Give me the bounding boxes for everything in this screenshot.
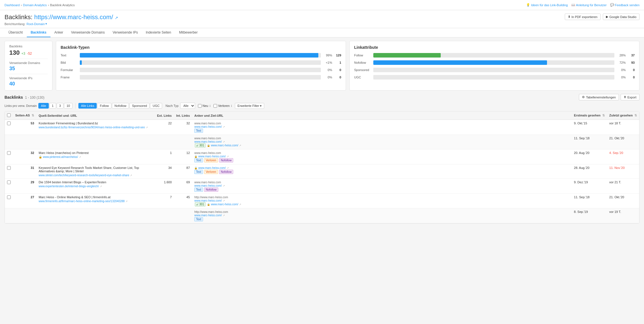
row-url-link[interactable]: www.pinterest.at/marcheiss/ (43, 155, 78, 158)
page-url-link[interactable]: https://www.marc-heiss.com/ (34, 14, 113, 21)
tag-text: Text (194, 217, 203, 221)
lock-icon: 🔒 (39, 155, 42, 158)
neu-checkbox[interactable]: Neu ℹ (198, 104, 211, 108)
link-building-link[interactable]: 💡 Ideen für das Link-Building (526, 3, 568, 7)
row-checkbox[interactable] (7, 180, 11, 184)
verloren-checkbox[interactable]: Verloren ℹ (213, 104, 232, 108)
row-int-links: 32 (174, 120, 192, 135)
tab-verweisende-ips[interactable]: Verweisende IPs (109, 28, 142, 37)
book-icon: 📖 (571, 3, 575, 7)
anchor-url-link-sub2[interactable]: www.marc-heiss.com/ (194, 214, 222, 217)
la-fill-follow (373, 53, 441, 58)
breadcrumb-dashboard[interactable]: Dashboard (5, 3, 20, 7)
anchor-url-link[interactable]: www.marc-heiss.com/ (194, 125, 222, 128)
bt-row-text: Text 99% 129 (61, 53, 341, 58)
advanced-filter-button[interactable]: Erweiterte Filter ▾ (235, 103, 264, 109)
filter-sponsored-btn[interactable]: Sponsored (129, 103, 149, 109)
th-first-seen[interactable]: Erstmals gesehen ⇅ (572, 111, 607, 120)
filter-ugc-btn[interactable]: UGC (150, 103, 162, 109)
la-track-nofollow (373, 60, 614, 65)
la-fill-nofollow (373, 60, 547, 65)
filter-all-btn[interactable]: Alle (38, 103, 48, 109)
row-url-link[interactable]: www.bundesland.bz/bz-firmenverzeichnis/9… (39, 126, 145, 129)
links-per-domain-group: Alle 1 3 10 (38, 103, 72, 109)
filter-follow-btn[interactable]: Follow (97, 103, 111, 109)
filter-alle-links-btn[interactable]: Alle Links (78, 103, 97, 109)
table-row: www.marc-heiss.com www.marc-heiss.com/ ↗… (5, 135, 639, 149)
stats-box: Backlinks 130 +3 -52 Verweisende Domains… (5, 41, 52, 91)
scope-link[interactable]: Root-Domain ▾ (27, 22, 47, 26)
filter-nofollow-btn[interactable]: Nofollow (112, 103, 129, 109)
ref-ips-value: 40 (9, 81, 48, 87)
breadcrumb: Dashboard › Domain Analytics › Backlink … (5, 3, 75, 7)
feedback-link[interactable]: 💬 Feedback senden (610, 3, 639, 7)
th-seiten-as[interactable]: Seiten-AS ⇅ (13, 111, 36, 120)
tag-text: Text (194, 188, 203, 192)
neu-checkbox-input[interactable] (198, 104, 202, 108)
backlinks-section-header: Backlinks 1 - 100 (130) ⚙ Tabelleneinste… (5, 94, 639, 100)
tag-verloren: Verloren (204, 170, 218, 174)
pdf-export-button[interactable]: ⬇ In PDF exportieren (565, 14, 601, 20)
link-attributes-title: Linkattribute (354, 45, 635, 50)
row-url-link[interactable]: www.slintel.com/tech/keyword-research-to… (39, 174, 129, 177)
filter-10-btn[interactable]: 10 (64, 103, 72, 109)
export-icon: ⬆ (624, 95, 626, 99)
filter-3-btn[interactable]: 3 (57, 103, 63, 109)
row-url-link[interactable]: www.firmeninfo.at/firma/marc-heiss-onlin… (39, 200, 125, 203)
filter-1-btn[interactable]: 1 (49, 103, 56, 109)
main-content: Backlinks 130 +3 -52 Verweisende Domains… (0, 38, 644, 227)
tag-text: Text (194, 158, 203, 162)
bt-row-bild: Bild <1% 1 (61, 60, 341, 65)
table-header-row: Seiten-AS ⇅ Quell-Seitentitel und -URL E… (5, 111, 639, 120)
anchor-url-link[interactable]: www.marc-heiss.com/ (194, 184, 222, 187)
row-checkbox[interactable] (7, 151, 11, 155)
breadcrumb-domain-analytics[interactable]: Domain Analytics (23, 3, 47, 7)
tab-anker[interactable]: Anker (50, 28, 67, 37)
bt-track-formular (80, 68, 321, 72)
chevron-down-icon: ▾ (45, 22, 47, 26)
chevron-down-icon-filter: ▾ (260, 104, 262, 108)
redirect-badge: ↙ 301 (195, 202, 205, 206)
th-anchor: Anker und Ziel-URL (192, 111, 572, 120)
bt-row-formular: Formular 0% 0 (61, 68, 341, 72)
data-studio-icon: ▶ (606, 15, 608, 19)
tab-overview[interactable]: Übersicht (5, 28, 27, 37)
th-int-links: Int. Links (174, 111, 192, 120)
row-checkbox[interactable] (7, 195, 11, 199)
table-row: 27 Marc Heiss - Online Marketing & SEO |… (5, 194, 639, 208)
chat-icon: 💬 (610, 3, 614, 7)
page-title: Backlinks: https://www.marc-heiss.com/ ↗ (5, 14, 118, 21)
row-url-link[interactable]: www.expertentesten.de/internet-blogs-ver… (39, 185, 99, 188)
table-row: http://www.marc-heiss.com www.marc-heiss… (5, 208, 639, 223)
anchor-url-link[interactable]: www.marc-heiss.com/ (198, 166, 226, 169)
verloren-checkbox-input[interactable] (213, 104, 217, 108)
page-header-wrapper: Backlinks: https://www.marc-heiss.com/ ↗… (0, 10, 644, 38)
anchor-url-link-sub[interactable]: www.marc-heiss.com/ (194, 140, 222, 143)
table-settings-button[interactable]: ⚙ Tabelleneinstellungen (579, 94, 619, 100)
data-studio-button[interactable]: ▶ Google Data Studio (603, 14, 639, 20)
tab-mitbewerber[interactable]: Mitbewerber (175, 28, 202, 37)
user-guide-link[interactable]: 📖 Anleitung für Benutzer (571, 3, 607, 7)
bt-fill-text (80, 53, 318, 58)
th-last-seen[interactable]: Zuletzt gesehen ⇅ (607, 111, 639, 120)
ref-domains-value: 35 (9, 66, 48, 72)
link-attributes-card: Linkattribute Follow 28% 37 Nofollow 72%… (349, 41, 639, 91)
nach-typ-select[interactable]: Alle (180, 103, 195, 109)
tab-verweisende-domains[interactable]: Verweisende Domains (67, 28, 109, 37)
backlink-types-title: Backlink-Typen (61, 45, 341, 50)
anchor-url-link[interactable]: www.marc-heiss.com/ (194, 199, 222, 202)
la-track-sponsored (373, 68, 614, 72)
export-table-button[interactable]: ⬆ Export (621, 94, 639, 100)
anchor-url-link[interactable]: www.marc-heiss.com/ (198, 155, 226, 158)
row-checkbox[interactable] (7, 166, 11, 170)
row-checkbox[interactable] (7, 122, 11, 125)
filters-row: Links pro verw. Domain Alle 1 3 10 Alle … (5, 103, 639, 109)
tab-indexierte-seiten[interactable]: Indexierte Seiten (142, 28, 175, 37)
sort-icon-last: ⇅ (634, 114, 637, 117)
section-actions: ⚙ Tabelleneinstellungen ⬆ Export (579, 94, 639, 100)
select-all-checkbox[interactable] (7, 113, 11, 117)
info-icon-2: ℹ (231, 104, 232, 107)
backlinks-section-title: Backlinks 1 - 100 (130) (5, 95, 44, 100)
tab-backlinks[interactable]: Backlinks (27, 28, 50, 37)
bt-track-frame (80, 75, 321, 80)
